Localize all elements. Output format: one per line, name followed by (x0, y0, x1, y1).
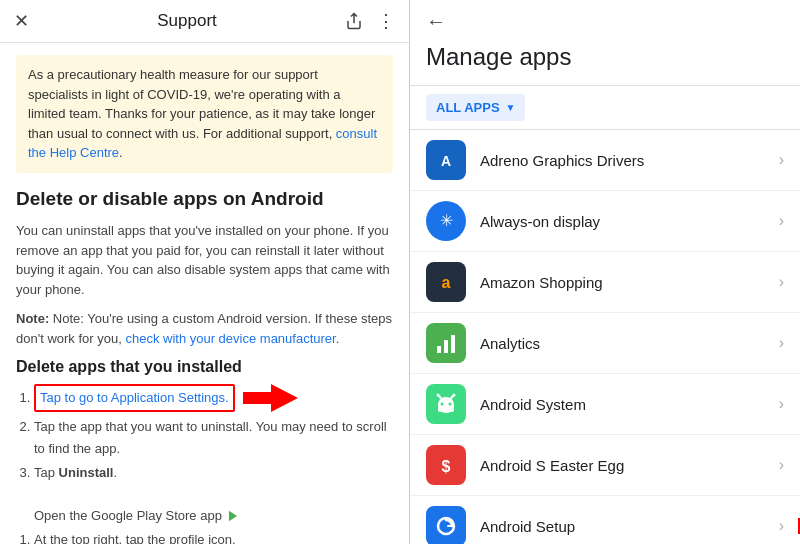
app-name-always-on: Always-on display (480, 213, 779, 230)
manage-apps-title: Manage apps (426, 37, 784, 81)
note-text: Note: Note: You're using a custom Androi… (16, 309, 393, 348)
svg-text:a: a (442, 274, 451, 291)
app-name-android-setup: Android Setup (480, 518, 779, 535)
chevron-right-analytics: › (779, 334, 784, 352)
apps-list: A Adreno Graphics Drivers › ✳ Always-on … (410, 130, 800, 544)
play-store-icon (226, 509, 240, 523)
step2-1: Open the Google Play Store app (34, 505, 393, 527)
filter-row: ALL APPS ▼ (410, 86, 800, 130)
chevron-right-always-on: › (779, 212, 784, 230)
application-settings-link[interactable]: Tap to go to Application Settings. (34, 384, 235, 412)
app-icon-android-setup (426, 506, 466, 544)
header-icons: ⋮ (345, 10, 395, 32)
svg-point-16 (449, 403, 452, 406)
steps-list: Tap to go to Application Settings. Tap t… (16, 384, 393, 484)
svg-rect-23 (431, 511, 461, 541)
left-panel: ✕ Support ⋮ As a precautionary health me… (0, 0, 410, 544)
svg-rect-11 (451, 335, 455, 353)
menu-icon[interactable]: ⋮ (377, 10, 395, 32)
app-icon-android-system (426, 384, 466, 424)
step-1: Tap to go to Application Settings. (34, 384, 393, 412)
svg-marker-0 (243, 384, 298, 412)
app-icon-easter-egg: $ (426, 445, 466, 485)
app-item-easter-egg[interactable]: $ Android S Easter Egg › (410, 435, 800, 496)
app-icon-amazon: a (426, 262, 466, 302)
svg-point-19 (437, 394, 440, 397)
svg-marker-1 (229, 510, 237, 521)
app-name-adreno: Adreno Graphics Drivers (480, 152, 779, 169)
svg-point-15 (441, 403, 444, 406)
steps-list-2: Open the Google Play Store app At the to… (16, 505, 393, 544)
chevron-right-android-setup: › (779, 517, 784, 535)
sub-title: Delete apps that you installed (16, 358, 393, 376)
svg-text:✳: ✳ (440, 212, 453, 229)
back-button[interactable]: ← (426, 10, 784, 33)
app-name-easter-egg: Android S Easter Egg (480, 457, 779, 474)
filter-label: ALL APPS (436, 100, 500, 115)
main-section-title: Delete or disable apps on Android (16, 187, 393, 212)
android-system-icon (431, 389, 461, 419)
svg-rect-10 (444, 340, 448, 353)
app-icon-adreno: A (426, 140, 466, 180)
filter-chevron: ▼ (506, 102, 516, 113)
support-header: ✕ Support ⋮ (0, 0, 409, 43)
left-content: As a precautionary health measure for ou… (0, 43, 409, 544)
app-item-adreno[interactable]: A Adreno Graphics Drivers › (410, 130, 800, 191)
chevron-right-adreno: › (779, 151, 784, 169)
amazon-icon: a (431, 267, 461, 297)
step-2: Tap the app that you want to uninstall. … (34, 416, 393, 460)
easter-egg-icon: $ (431, 450, 461, 480)
all-apps-filter[interactable]: ALL APPS ▼ (426, 94, 525, 121)
share-icon[interactable] (345, 12, 363, 30)
close-icon[interactable]: ✕ (14, 10, 29, 32)
svg-rect-14 (438, 405, 454, 412)
analytics-icon (431, 328, 461, 358)
app-item-always-on[interactable]: ✳ Always-on display › (410, 191, 800, 252)
chevron-right-android-system: › (779, 395, 784, 413)
adreno-icon: A (432, 146, 460, 174)
android-setup-icon (431, 511, 461, 541)
app-name-android-system: Android System (480, 396, 779, 413)
svg-text:A: A (441, 153, 451, 169)
chevron-right-amazon: › (779, 273, 784, 291)
support-title: Support (157, 11, 217, 31)
app-icon-analytics (426, 323, 466, 363)
right-header: ← Manage apps (410, 0, 800, 86)
manufacturer-link[interactable]: check with your device manufacturer (125, 331, 335, 346)
svg-point-20 (453, 394, 456, 397)
app-item-android-setup[interactable]: Android Setup › (410, 496, 800, 544)
app-name-amazon: Amazon Shopping (480, 274, 779, 291)
app-item-android-system[interactable]: Android System › (410, 374, 800, 435)
app-item-amazon[interactable]: a Amazon Shopping › (410, 252, 800, 313)
notice-box: As a precautionary health measure for ou… (16, 55, 393, 173)
svg-rect-9 (437, 346, 441, 353)
body-text: You can uninstall apps that you've insta… (16, 221, 393, 299)
app-name-analytics: Analytics (480, 335, 779, 352)
step-3: Tap Uninstall. (34, 462, 393, 484)
notice-text: As a precautionary health measure for ou… (28, 67, 375, 141)
step2-2: At the top right, tap the profile icon. (34, 529, 393, 544)
app-item-analytics[interactable]: Analytics › (410, 313, 800, 374)
app-icon-always-on: ✳ (426, 201, 466, 241)
always-on-icon: ✳ (433, 208, 459, 234)
red-arrow-step1 (243, 384, 298, 412)
svg-text:$: $ (442, 458, 451, 475)
right-panel: ← Manage apps ALL APPS ▼ A Adreno Graphi… (410, 0, 800, 544)
chevron-right-easter-egg: › (779, 456, 784, 474)
